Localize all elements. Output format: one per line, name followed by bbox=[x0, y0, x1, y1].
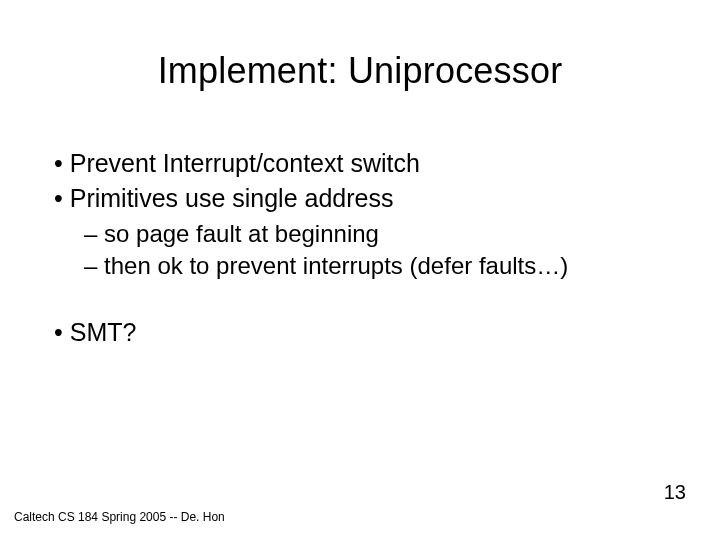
sub-bullet-item: so page fault at beginning bbox=[84, 219, 680, 249]
bullet-item: Prevent Interrupt/context switch bbox=[54, 148, 680, 179]
bullet-item: Primitives use single address bbox=[54, 183, 680, 214]
bullet-item: SMT? bbox=[54, 317, 680, 348]
slide-footer: Caltech CS 184 Spring 2005 -- De. Hon bbox=[14, 510, 225, 524]
slide-body: Prevent Interrupt/context switch Primiti… bbox=[54, 148, 680, 352]
slide: Implement: Uniprocessor Prevent Interrup… bbox=[0, 0, 720, 540]
page-number: 13 bbox=[664, 481, 686, 504]
spacer bbox=[54, 287, 680, 317]
slide-title: Implement: Uniprocessor bbox=[0, 50, 720, 92]
sub-bullet-group: so page fault at beginning then ok to pr… bbox=[84, 219, 680, 281]
sub-bullet-item: then ok to prevent interrupts (defer fau… bbox=[84, 251, 680, 281]
